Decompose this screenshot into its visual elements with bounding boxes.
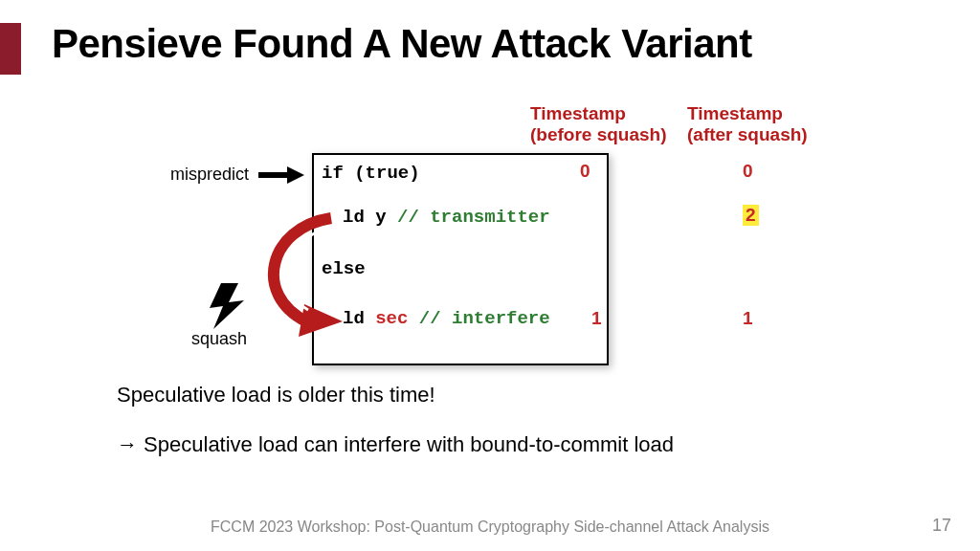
squash-label: squash (191, 329, 247, 349)
arrow-icon (256, 165, 304, 186)
col-header-before: Timestamp (before squash) (530, 103, 667, 145)
ts-after-0: 0 (743, 161, 753, 182)
footer-text: FCCM 2023 Workshop: Post-Quantum Cryptog… (0, 518, 980, 536)
body-line-1: Speculative load is older this time! (117, 383, 435, 408)
lightning-icon (206, 283, 248, 329)
ts-before-1: 1 (591, 308, 602, 329)
page-number: 17 (932, 516, 951, 536)
body-line-2: → Speculative load can interfere with bo… (117, 432, 674, 457)
code-line-if: if (true) (322, 163, 420, 184)
svg-marker-1 (287, 166, 304, 184)
ts-after-2: 2 (743, 205, 759, 226)
code-line-ldy: ld y // transmitter (343, 207, 550, 228)
ts-before-0: 0 (580, 161, 590, 182)
mispredict-label: mispredict (170, 165, 249, 185)
curved-arrow-icon (258, 209, 354, 342)
diagram-area: Timestamp (before squash) Timestamp (aft… (0, 103, 980, 390)
accent-bar (0, 23, 21, 75)
col-header-after: Timestamp (after squash) (687, 103, 808, 145)
svg-marker-3 (210, 283, 244, 329)
slide-title: Pensieve Found A New Attack Variant (52, 21, 752, 67)
ts-after-1: 1 (743, 308, 753, 329)
code-line-ldsec: ld sec // interfere (343, 308, 550, 329)
